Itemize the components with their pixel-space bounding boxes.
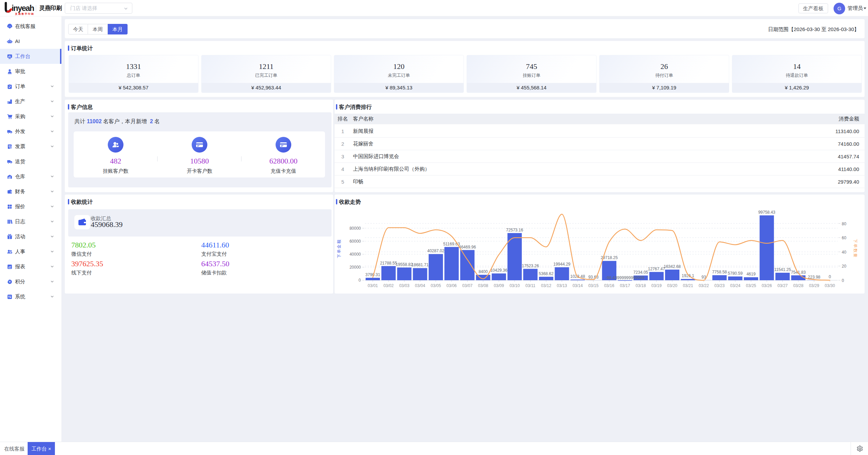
svg-text:8400: 8400 [479, 269, 488, 274]
svg-text:03/09: 03/09 [494, 283, 504, 288]
svg-text:03/18: 03/18 [636, 283, 646, 288]
svg-text:60: 60 [842, 236, 847, 240]
svg-text:7758.58: 7758.58 [712, 270, 727, 274]
svg-text:03/17: 03/17 [620, 283, 630, 288]
svg-text:03/29: 03/29 [809, 283, 819, 288]
svg-text:￥: ￥ [10, 147, 12, 148]
svg-text:80000: 80000 [350, 226, 361, 231]
svg-text:下单金额: 下单金额 [337, 239, 341, 258]
svg-text:18681.71: 18681.71 [412, 262, 429, 267]
svg-text:40000: 40000 [350, 252, 361, 257]
svg-text:03/23: 03/23 [715, 283, 725, 288]
svg-text:03/02: 03/02 [383, 283, 394, 288]
svg-text:03/10: 03/10 [510, 283, 520, 288]
svg-text:72573.16: 72573.16 [506, 228, 523, 232]
svg-text:03/15: 03/15 [588, 283, 599, 288]
svg-text:7541.83: 7541.83 [791, 270, 806, 275]
svg-text:0: 0 [829, 274, 831, 279]
svg-text:03/04: 03/04 [415, 283, 425, 288]
svg-text:03/25: 03/25 [746, 283, 756, 288]
svg-text:10429.36: 10429.36 [490, 268, 507, 273]
svg-text:5780.59: 5780.59 [728, 271, 743, 276]
svg-text:03/01: 03/01 [368, 283, 378, 288]
svg-text:inyeah: inyeah [12, 4, 34, 13]
svg-text:03/30: 03/30 [825, 283, 835, 288]
svg-text:21788.55: 21788.55 [380, 261, 397, 266]
svg-text:03/08: 03/08 [478, 283, 488, 288]
svg-text:17523.26: 17523.26 [522, 264, 539, 268]
svg-text:03/22: 03/22 [698, 283, 709, 288]
svg-text:19944.29: 19944.29 [553, 262, 570, 267]
svg-text:03/16: 03/16 [604, 283, 614, 288]
svg-text:03/14: 03/14 [573, 283, 583, 288]
svg-text:03/12: 03/12 [541, 283, 551, 288]
svg-text:03/21: 03/21 [683, 283, 693, 288]
svg-text:-98.43999999999999: -98.43999999999999 [605, 275, 644, 280]
svg-text:40: 40 [842, 250, 847, 255]
svg-text:60000: 60000 [350, 239, 361, 244]
svg-text:03/13: 03/13 [557, 283, 567, 288]
svg-text:03/28: 03/28 [793, 283, 804, 288]
svg-text:16342.68: 16342.68 [664, 264, 681, 269]
svg-text:11541.25: 11541.25 [774, 267, 791, 272]
svg-text:03/27: 03/27 [777, 283, 788, 288]
svg-text:03/24: 03/24 [730, 283, 740, 288]
svg-text:5368.62: 5368.62 [539, 271, 554, 276]
svg-text:20: 20 [842, 264, 847, 269]
svg-text:19558.82: 19558.82 [396, 262, 413, 267]
svg-text:03/26: 03/26 [762, 283, 772, 288]
svg-text:12767.47: 12767.47 [648, 267, 665, 271]
svg-text:0: 0 [842, 278, 844, 283]
svg-text:03/11: 03/11 [526, 283, 535, 288]
svg-text:7234.05: 7234.05 [633, 270, 648, 275]
svg-text:03/07: 03/07 [462, 283, 472, 288]
svg-text:03/05: 03/05 [431, 283, 441, 288]
svg-text:下单数量: 下单数量 [853, 239, 858, 258]
svg-text:03/19: 03/19 [651, 283, 662, 288]
svg-text:40287.02: 40287.02 [427, 248, 444, 253]
svg-text:03/03: 03/03 [399, 283, 409, 288]
svg-text:46469.96: 46469.96 [459, 245, 476, 250]
svg-text:20000: 20000 [350, 265, 361, 270]
svg-text:80: 80 [842, 222, 847, 226]
svg-text:03/20: 03/20 [667, 283, 677, 288]
svg-text:03/06: 03/06 [446, 283, 457, 288]
svg-text:0: 0 [358, 278, 361, 283]
svg-text:99758.43: 99758.43 [758, 210, 775, 215]
svg-text:4619: 4619 [747, 272, 756, 276]
